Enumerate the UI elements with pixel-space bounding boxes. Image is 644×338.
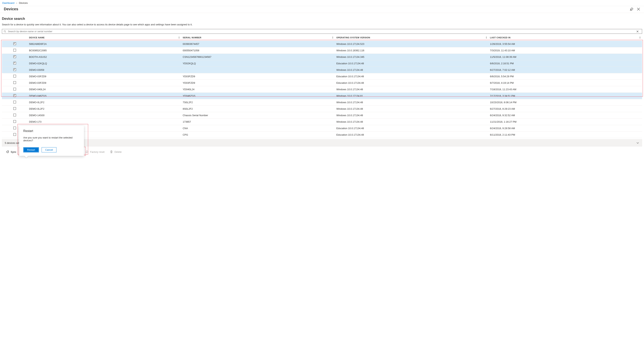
row-checkbox[interactable] [13, 114, 16, 116]
cell-serial-number: Chassis Serial Number [181, 112, 335, 119]
search-icon [4, 30, 6, 33]
col-last-checked[interactable]: LAST CHECKED IN▲▼ [488, 34, 642, 41]
chevron-down-icon[interactable] [636, 141, 639, 144]
cell-os-version: Education 10.0.17134.48 [335, 125, 488, 132]
pin-icon[interactable] [630, 8, 633, 11]
table-row[interactable]: DEMO-040L24YD040L24Windows 10.0.17134.48… [2, 86, 642, 93]
table-row[interactable]: 5882A88D6F2A003903674457Windows 10.0.171… [2, 41, 642, 47]
cell-last-checked: 6/6/2018, 5:54:29 PM [488, 73, 642, 80]
cell-os-version: Education 10.0.17134.48 [335, 73, 488, 80]
sync-button[interactable]: Sync [4, 149, 19, 155]
row-checkbox[interactable] [13, 68, 16, 71]
table-row[interactable]: DEMO-03059Windows 10.0.17134.486/27/2018… [2, 67, 642, 73]
blade-header: Devices [0, 6, 644, 13]
breadcrumb-current: Devices [19, 2, 28, 4]
breadcrumb: Dashboard › Devices [0, 0, 644, 6]
restart-confirm-dialog: Restart Are you sure you want to restart… [19, 126, 84, 156]
cell-os-version: Education 10.0.17134.48 [335, 60, 488, 67]
table-row[interactable]: DEMO-046ZGSYD046ZGSWindows 10.0.17134.81… [2, 93, 642, 99]
cell-device-name: DEMO-040L24 [28, 86, 181, 93]
clear-icon[interactable] [636, 30, 639, 33]
breadcrumb-dashboard-link[interactable]: Dashboard [2, 2, 14, 4]
cell-serial-number: YD03FZD9 [181, 80, 335, 86]
cell-serial-number: CPG [181, 132, 335, 138]
cell-os-version: Windows 10.0.17134.523 [335, 41, 488, 47]
row-checkbox[interactable] [13, 88, 16, 90]
table-row[interactable]: DEMO-1QCPGEducation 10.0.17134.486/11/20… [2, 132, 642, 138]
delete-button[interactable]: Delete [107, 149, 124, 155]
undo-icon [86, 150, 88, 153]
cell-serial-number: CSN12345678901234567 [181, 54, 335, 60]
section-description: Search for a device to quickly see infor… [2, 23, 642, 26]
cell-os-version: Windows 10.0.17134.48 [335, 112, 488, 119]
row-checkbox[interactable] [13, 55, 16, 58]
cell-last-checked: 7/3/2019, 11:43:10 AM [488, 47, 642, 54]
cell-serial-number: 003903674457 [181, 41, 335, 47]
cell-device-name: DEMO-0L2F2 [28, 106, 181, 112]
cell-os-version: Windows 10.0.17134.48 [335, 67, 488, 73]
selection-status-bar[interactable]: 5 devices selected [2, 139, 642, 146]
trash-icon [110, 150, 113, 153]
row-checkbox[interactable] [13, 49, 16, 52]
cell-device-name: DEMO-03059 [28, 67, 181, 73]
row-checkbox[interactable] [13, 107, 16, 110]
col-device-name[interactable]: DEVICE NAME▲▼ [28, 34, 181, 41]
cell-device-name: DEMO-0L2F2 [28, 99, 181, 106]
row-checkbox[interactable] [13, 120, 16, 123]
col-serial-number[interactable]: SERIAL NUMBER▲▼ [181, 34, 335, 41]
row-checkbox[interactable] [13, 81, 16, 84]
cell-device-name: BOOTH-ASUS2 [28, 54, 181, 60]
cell-device-name: DEMO-03FZD9 [28, 73, 181, 80]
cell-device-name: DEMO-03FZD9 [28, 80, 181, 86]
cell-last-checked: 6/7/2018, 4:19:14 PM [488, 80, 642, 86]
cell-serial-number: CNA [181, 125, 335, 132]
row-checkbox[interactable] [13, 133, 16, 136]
cell-os-version: Windows 10.0.17134.48 [335, 86, 488, 93]
cell-last-checked: 7/18/2018, 11:23:43 AM [488, 86, 642, 93]
factory-reset-button[interactable]: Factory reset [83, 149, 107, 155]
row-checkbox[interactable] [13, 127, 16, 129]
row-checkbox[interactable] [13, 94, 16, 97]
cell-last-checked: 6/27/2018, 7:02:12 AM [488, 67, 642, 73]
row-checkbox[interactable] [13, 42, 16, 45]
cell-serial-number: 000550471058 [181, 47, 335, 54]
dialog-message: Are you sure you want to restart the sel… [23, 136, 80, 142]
cell-serial-number: YD02KQLQ [181, 60, 335, 67]
table-row[interactable]: DEMO-173173657Windows 10.0.17134.4811/21… [2, 119, 642, 125]
sync-icon [6, 150, 9, 153]
search-input[interactable] [8, 30, 636, 33]
dialog-confirm-button[interactable]: Restart [23, 147, 39, 152]
close-icon[interactable] [637, 8, 640, 11]
cell-last-checked: 6/11/2018, 2:11:43 PM [488, 132, 642, 138]
cell-os-version: Windows 10.0.17134.48 [335, 106, 488, 112]
cell-serial-number: 7S0L2F2 [181, 99, 335, 106]
row-checkbox[interactable] [13, 75, 16, 78]
cell-device-name: DEMO-046ZGS [28, 93, 181, 99]
table-row[interactable]: DEMO-03FZD9YD03FZD9Education 10.0.17134.… [2, 73, 642, 80]
cell-last-checked: 11/5/2018, 11:08:39 AM [488, 54, 642, 60]
table-row[interactable]: DEMO-1QCNAEducation 10.0.17134.486/24/20… [2, 125, 642, 132]
row-checkbox[interactable] [13, 62, 16, 64]
cell-serial-number: 173657 [181, 119, 335, 125]
selection-count-label: 5 devices selected [5, 142, 636, 144]
cell-os-version: Windows 10.0.17134.345 [335, 54, 488, 60]
search-box[interactable] [2, 29, 642, 34]
col-os-version[interactable]: OPERATING SYSTEM VERSION▲▼ [335, 34, 488, 41]
breadcrumb-separator: › [16, 2, 17, 4]
section-title: Device search [2, 17, 642, 21]
cell-last-checked: 6/24/2018, 9:32:52 AM [488, 112, 642, 119]
table-row[interactable]: DEMO-0L2F28S0L2F2Windows 10.0.17134.486/… [2, 106, 642, 112]
svg-line-1 [5, 32, 6, 32]
row-checkbox[interactable] [13, 101, 16, 104]
table-row[interactable]: BC83852C2065000550471058Windows 10.0.183… [2, 47, 642, 54]
table-row[interactable]: DEMO-02KQLQYD02KQLQEducation 10.0.17134.… [2, 60, 642, 67]
table-row[interactable]: DEMO-14S00Chassis Serial NumberWindows 1… [2, 112, 642, 119]
cell-os-version: Education 10.0.17134.48 [335, 132, 488, 138]
cell-os-version: Windows 10.0.18362.116 [335, 47, 488, 54]
cell-device-name: DEMO-02KQLQ [28, 60, 181, 67]
table-row[interactable]: DEMO-03FZD9YD03FZD9Education 10.0.17134.… [2, 80, 642, 86]
table-row[interactable]: BOOTH-ASUS2CSN12345678901234567Windows 1… [2, 54, 642, 60]
cell-last-checked: 6/24/2018, 9:28:58 AM [488, 125, 642, 132]
table-row[interactable]: DEMO-0L2F27S0L2F2Windows 10.0.17134.4810… [2, 99, 642, 106]
dialog-cancel-button[interactable]: Cancel [42, 147, 56, 152]
